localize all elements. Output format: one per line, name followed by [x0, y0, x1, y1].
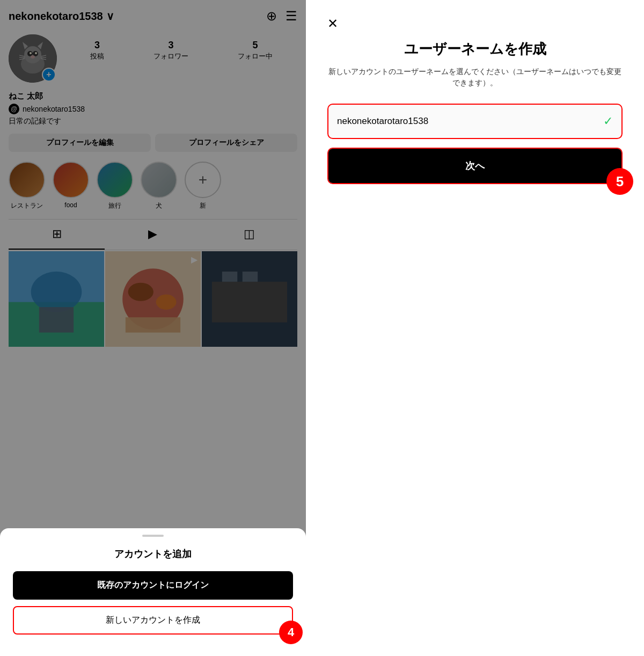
bottom-sheet: アカウントを追加 既存のアカウントにログイン 新しいアカウントを作成 4	[0, 528, 306, 656]
sheet-title: アカウントを追加	[13, 548, 293, 560]
create-account-button[interactable]: 新しいアカウントを作成	[13, 606, 293, 635]
username-input-value: nekonekotarotaro1538	[337, 116, 428, 127]
next-button-wrap: 次へ 5	[327, 148, 623, 184]
next-button[interactable]: 次へ	[328, 149, 621, 183]
left-panel: nekonekotaro1538 ∨ ⊕ ☰	[0, 0, 306, 656]
login-button[interactable]: 既存のアカウントにログイン	[13, 571, 293, 600]
create-btn-wrap: 新しいアカウントを作成 4	[13, 606, 293, 635]
step-badge-4: 4	[279, 621, 303, 644]
modal-description: 新しいアカウントのユーザーネームを選んでください（ユーザーネームはいつでも変更で…	[327, 66, 623, 89]
sheet-handle	[142, 535, 164, 537]
right-panel: ✕ ユーザーネームを作成 新しいアカウントのユーザーネームを選んでください（ユー…	[306, 0, 644, 656]
check-icon: ✓	[603, 114, 613, 128]
modal-title: ユーザーネームを作成	[327, 40, 623, 59]
close-button[interactable]: ✕	[327, 16, 338, 31]
step-badge-5: 5	[606, 168, 633, 195]
username-input-container[interactable]: nekonekotarotaro1538 ✓	[327, 104, 623, 139]
